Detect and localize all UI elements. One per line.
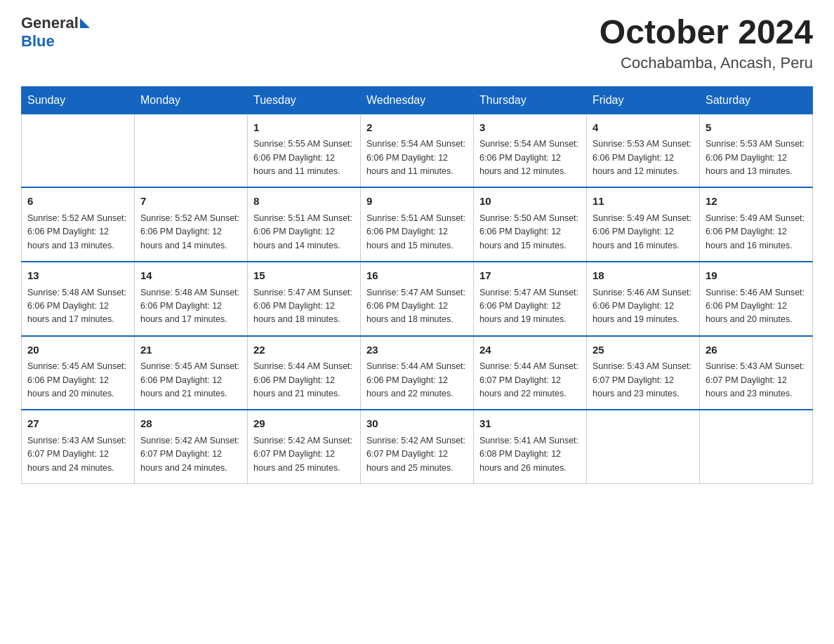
day-info: Sunrise: 5:48 AM Sunset: 6:06 PM Dayligh… [140, 286, 241, 327]
calendar-cell: 13Sunrise: 5:48 AM Sunset: 6:06 PM Dayli… [22, 262, 135, 336]
calendar-cell: 11Sunrise: 5:49 AM Sunset: 6:06 PM Dayli… [587, 187, 700, 262]
day-header-monday: Monday [135, 86, 248, 114]
calendar-cell: 16Sunrise: 5:47 AM Sunset: 6:06 PM Dayli… [361, 262, 474, 336]
calendar-cell: 15Sunrise: 5:47 AM Sunset: 6:06 PM Dayli… [248, 262, 361, 336]
day-info: Sunrise: 5:52 AM Sunset: 6:06 PM Dayligh… [140, 212, 241, 253]
calendar-cell: 28Sunrise: 5:42 AM Sunset: 6:07 PM Dayli… [135, 410, 248, 483]
day-header-friday: Friday [587, 86, 700, 114]
day-info: Sunrise: 5:45 AM Sunset: 6:06 PM Dayligh… [140, 360, 241, 401]
day-number: 11 [593, 194, 694, 210]
day-number: 26 [706, 342, 807, 358]
calendar-cell [700, 410, 813, 483]
calendar-cell: 29Sunrise: 5:42 AM Sunset: 6:07 PM Dayli… [248, 410, 361, 483]
calendar-cell: 24Sunrise: 5:44 AM Sunset: 6:07 PM Dayli… [474, 336, 587, 410]
day-info: Sunrise: 5:41 AM Sunset: 6:08 PM Dayligh… [479, 434, 581, 475]
day-info: Sunrise: 5:46 AM Sunset: 6:06 PM Dayligh… [593, 286, 694, 327]
title-area: October 2024 Cochabamba, Ancash, Peru [600, 14, 813, 72]
calendar-cell: 25Sunrise: 5:43 AM Sunset: 6:07 PM Dayli… [587, 336, 700, 410]
calendar-cell: 20Sunrise: 5:45 AM Sunset: 6:06 PM Dayli… [22, 336, 135, 410]
day-number: 17 [479, 268, 581, 284]
calendar-cell: 19Sunrise: 5:46 AM Sunset: 6:06 PM Dayli… [700, 262, 813, 336]
day-number: 28 [140, 416, 241, 432]
day-info: Sunrise: 5:42 AM Sunset: 6:07 PM Dayligh… [366, 434, 468, 475]
day-info: Sunrise: 5:53 AM Sunset: 6:06 PM Dayligh… [706, 137, 807, 178]
day-info: Sunrise: 5:54 AM Sunset: 6:06 PM Dayligh… [479, 137, 581, 178]
day-number: 3 [479, 120, 581, 136]
day-info: Sunrise: 5:47 AM Sunset: 6:06 PM Dayligh… [253, 286, 355, 327]
calendar-week-row: 1Sunrise: 5:55 AM Sunset: 6:06 PM Daylig… [22, 114, 813, 187]
day-header-thursday: Thursday [474, 86, 587, 114]
day-number: 22 [253, 342, 355, 358]
day-info: Sunrise: 5:51 AM Sunset: 6:06 PM Dayligh… [366, 212, 468, 253]
calendar-cell: 27Sunrise: 5:43 AM Sunset: 6:07 PM Dayli… [22, 410, 135, 483]
page-header: General Blue October 2024 Cochabamba, An… [21, 14, 813, 72]
day-info: Sunrise: 5:43 AM Sunset: 6:07 PM Dayligh… [706, 360, 807, 401]
day-number: 7 [140, 194, 241, 210]
day-number: 27 [27, 416, 128, 432]
calendar-cell: 12Sunrise: 5:49 AM Sunset: 6:06 PM Dayli… [700, 187, 813, 262]
day-number: 15 [253, 268, 355, 284]
day-info: Sunrise: 5:45 AM Sunset: 6:06 PM Dayligh… [27, 360, 128, 401]
day-info: Sunrise: 5:49 AM Sunset: 6:06 PM Dayligh… [706, 212, 807, 253]
day-number: 16 [366, 268, 468, 284]
day-number: 20 [27, 342, 128, 358]
calendar-week-row: 13Sunrise: 5:48 AM Sunset: 6:06 PM Dayli… [22, 262, 813, 336]
day-info: Sunrise: 5:48 AM Sunset: 6:06 PM Dayligh… [27, 286, 128, 327]
day-number: 30 [366, 416, 468, 432]
day-info: Sunrise: 5:44 AM Sunset: 6:06 PM Dayligh… [366, 360, 468, 401]
day-number: 10 [479, 194, 581, 210]
calendar-week-row: 20Sunrise: 5:45 AM Sunset: 6:06 PM Dayli… [22, 336, 813, 410]
calendar-cell: 26Sunrise: 5:43 AM Sunset: 6:07 PM Dayli… [700, 336, 813, 410]
day-info: Sunrise: 5:52 AM Sunset: 6:06 PM Dayligh… [27, 212, 128, 253]
day-number: 8 [253, 194, 355, 210]
calendar-cell: 23Sunrise: 5:44 AM Sunset: 6:06 PM Dayli… [361, 336, 474, 410]
day-number: 6 [27, 194, 128, 210]
day-number: 9 [366, 194, 468, 210]
day-info: Sunrise: 5:42 AM Sunset: 6:07 PM Dayligh… [253, 434, 355, 475]
day-header-saturday: Saturday [700, 86, 813, 114]
day-number: 24 [479, 342, 581, 358]
logo-general-text: General [21, 14, 79, 32]
day-info: Sunrise: 5:55 AM Sunset: 6:06 PM Dayligh… [253, 137, 355, 178]
day-info: Sunrise: 5:46 AM Sunset: 6:06 PM Dayligh… [706, 286, 807, 327]
day-info: Sunrise: 5:50 AM Sunset: 6:06 PM Dayligh… [479, 212, 581, 253]
calendar-cell: 5Sunrise: 5:53 AM Sunset: 6:06 PM Daylig… [700, 114, 813, 187]
calendar-cell: 3Sunrise: 5:54 AM Sunset: 6:06 PM Daylig… [474, 114, 587, 187]
logo-triangle-icon [80, 18, 90, 28]
calendar-cell: 21Sunrise: 5:45 AM Sunset: 6:06 PM Dayli… [135, 336, 248, 410]
calendar-cell: 17Sunrise: 5:47 AM Sunset: 6:06 PM Dayli… [474, 262, 587, 336]
day-header-tuesday: Tuesday [248, 86, 361, 114]
day-header-wednesday: Wednesday [361, 86, 474, 114]
calendar-cell: 22Sunrise: 5:44 AM Sunset: 6:06 PM Dayli… [248, 336, 361, 410]
day-header-sunday: Sunday [22, 86, 135, 114]
calendar-week-row: 6Sunrise: 5:52 AM Sunset: 6:06 PM Daylig… [22, 187, 813, 262]
month-title: October 2024 [600, 14, 813, 51]
day-info: Sunrise: 5:47 AM Sunset: 6:06 PM Dayligh… [479, 286, 581, 327]
calendar-cell: 9Sunrise: 5:51 AM Sunset: 6:06 PM Daylig… [361, 187, 474, 262]
day-number: 2 [366, 120, 468, 136]
calendar-cell: 30Sunrise: 5:42 AM Sunset: 6:07 PM Dayli… [361, 410, 474, 483]
day-number: 18 [593, 268, 694, 284]
calendar-cell [135, 114, 248, 187]
day-number: 29 [253, 416, 355, 432]
day-info: Sunrise: 5:49 AM Sunset: 6:06 PM Dayligh… [593, 212, 694, 253]
location-text: Cochabamba, Ancash, Peru [600, 54, 813, 72]
calendar-cell: 2Sunrise: 5:54 AM Sunset: 6:06 PM Daylig… [361, 114, 474, 187]
day-info: Sunrise: 5:43 AM Sunset: 6:07 PM Dayligh… [27, 434, 128, 475]
calendar-cell: 7Sunrise: 5:52 AM Sunset: 6:06 PM Daylig… [135, 187, 248, 262]
logo-blue-text: Blue [21, 32, 55, 51]
calendar-table: SundayMondayTuesdayWednesdayThursdayFrid… [21, 86, 813, 484]
day-info: Sunrise: 5:42 AM Sunset: 6:07 PM Dayligh… [140, 434, 241, 475]
day-number: 21 [140, 342, 241, 358]
day-info: Sunrise: 5:44 AM Sunset: 6:06 PM Dayligh… [253, 360, 355, 401]
day-number: 4 [593, 120, 694, 136]
day-number: 23 [366, 342, 468, 358]
calendar-header-row: SundayMondayTuesdayWednesdayThursdayFrid… [22, 86, 813, 114]
day-number: 12 [706, 194, 807, 210]
day-number: 25 [593, 342, 694, 358]
calendar-cell: 14Sunrise: 5:48 AM Sunset: 6:06 PM Dayli… [135, 262, 248, 336]
calendar-cell: 10Sunrise: 5:50 AM Sunset: 6:06 PM Dayli… [474, 187, 587, 262]
day-info: Sunrise: 5:43 AM Sunset: 6:07 PM Dayligh… [593, 360, 694, 401]
day-number: 5 [706, 120, 807, 136]
calendar-cell: 1Sunrise: 5:55 AM Sunset: 6:06 PM Daylig… [248, 114, 361, 187]
